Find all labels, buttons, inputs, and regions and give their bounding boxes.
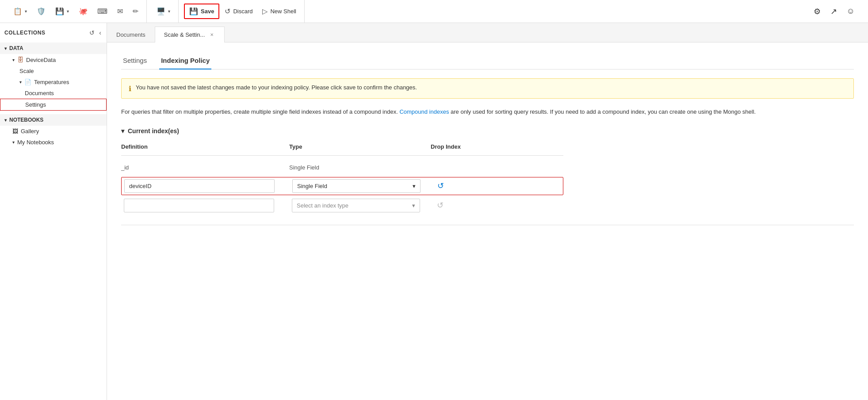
github-button[interactable]: 🐙	[74, 4, 92, 18]
new-icon: 📋	[13, 7, 22, 15]
external-link-icon: ↗	[830, 7, 837, 16]
discard-label: Discard	[233, 8, 252, 15]
cell-id-drop	[431, 165, 484, 169]
section-header-indexes[interactable]: ▾ Current index(es)	[121, 127, 854, 135]
sidebar-section-notebooks[interactable]: ▾ NOTEBOOKS	[0, 114, 107, 126]
sidebar-section-data[interactable]: ▾ DATA	[0, 42, 107, 54]
collections-label: COLLECTIONS	[4, 30, 46, 36]
sidebar-item-scale[interactable]: Scale	[0, 65, 107, 77]
new-shell-button[interactable]: ▷ New Shell	[258, 4, 301, 18]
documents-nav-label: Documents	[25, 90, 54, 96]
sidebar-item-devicedata[interactable]: ▾ 🗄 DeviceData	[0, 54, 107, 65]
save-icon: 💾	[189, 7, 198, 15]
sub-tabs: Settings Indexing Policy	[121, 53, 854, 69]
new-button[interactable]: 📋 ▾	[9, 4, 31, 18]
refresh-button[interactable]: ↺	[88, 28, 96, 37]
table-row-new: Select an index type ▾ ↺	[121, 197, 563, 214]
discard-button[interactable]: ↺ Discard	[220, 4, 257, 18]
description-text1: For queries that filter on multiple prop…	[121, 108, 399, 115]
my-notebooks-chevron: ▾	[12, 140, 15, 145]
table-row-id: _id Single Field	[121, 159, 563, 175]
tab-scale-settings-label: Scale & Settin...	[164, 31, 205, 38]
col-header-drop: Drop Index	[431, 142, 484, 152]
terminal-button[interactable]: ⌨	[93, 4, 112, 18]
deviceid-type-chevron: ▾	[413, 183, 416, 189]
id-definition-value: _id	[121, 162, 129, 173]
sidebar-item-documents[interactable]: Documents	[0, 88, 107, 99]
cell-new-definition	[124, 199, 292, 212]
gallery-label: Gallery	[21, 128, 39, 135]
notebooks-section-chevron: ▾	[4, 118, 7, 123]
open-icon: 💾	[55, 7, 64, 15]
explorer-button[interactable]: 🛡️	[32, 4, 50, 18]
settings-icon-button[interactable]: ⚙	[809, 4, 825, 19]
cell-new-drop: ↺	[433, 199, 486, 212]
tab-documents[interactable]: Documents	[107, 27, 155, 42]
collapse-button[interactable]: ‹	[98, 28, 102, 37]
col-header-definition: Definition	[121, 142, 289, 152]
new-shell-icon: ▷	[262, 7, 268, 15]
collection-icon: 📄	[24, 79, 31, 85]
external-link-button[interactable]: ↗	[826, 4, 841, 19]
deviceid-type-select[interactable]: Single Field ▾	[292, 179, 421, 193]
toolbar-group-right: ⚙ ↗ ☺	[806, 0, 863, 23]
tab-close-icon[interactable]: ✕	[208, 31, 215, 38]
tab-scale-settings[interactable]: Scale & Settin... ✕	[155, 27, 225, 42]
notebooks-section-label: NOTEBOOKS	[9, 117, 43, 123]
compound-indexes-link[interactable]: Compound indexes	[399, 108, 449, 115]
new-definition-input[interactable]	[124, 199, 274, 212]
toolbar-group-file: 📋 ▾ 🛡️ 💾 ▾ 🐙 ⌨ ✉ ✏	[5, 0, 147, 23]
cell-new-type: Select an index type ▾	[292, 199, 433, 212]
cell-deviceid-definition	[124, 179, 292, 193]
drop-new-button[interactable]: ↺	[433, 199, 447, 212]
data-section-chevron: ▾	[4, 46, 7, 51]
user-icon: ☺	[847, 7, 855, 16]
toolbar: 📋 ▾ 🛡️ 💾 ▾ 🐙 ⌨ ✉ ✏ 🖥️ ▾ 💾 Save	[0, 0, 868, 23]
tab-documents-label: Documents	[116, 31, 145, 38]
table-header: Definition Type Drop Index	[121, 142, 563, 156]
sidebar-item-gallery[interactable]: 🖼 Gallery	[0, 126, 107, 137]
deviceid-input[interactable]	[124, 179, 275, 193]
scale-label: Scale	[19, 68, 34, 74]
col-header-type: Type	[289, 142, 431, 152]
devicedata-chevron: ▾	[12, 58, 15, 62]
toolbar-group-connect: 🖥️ ▾	[149, 0, 179, 23]
temperatures-label: Temperatures	[34, 79, 69, 85]
sidebar-item-my-notebooks[interactable]: ▾ My Notebooks	[0, 137, 107, 148]
new-chevron: ▾	[25, 9, 27, 14]
toolbar-group-actions: 💾 Save ↺ Discard ▷ New Shell	[180, 0, 305, 23]
cell-id-type: Single Field	[289, 162, 431, 173]
sidebar-item-settings[interactable]: Settings	[0, 99, 107, 111]
description-text2: are only used for sorting query results.…	[449, 108, 756, 115]
subtab-indexing-policy[interactable]: Indexing Policy	[159, 53, 211, 69]
github-icon: 🐙	[79, 7, 88, 15]
section-chevron: ▾	[121, 127, 124, 135]
new-type-placeholder: Select an index type	[297, 202, 348, 209]
id-type-value: Single Field	[289, 164, 319, 171]
new-shell-label: New Shell	[270, 8, 296, 15]
save-label: Save	[201, 8, 214, 15]
devicedata-label: DeviceData	[26, 57, 56, 63]
subtab-settings[interactable]: Settings	[121, 53, 149, 69]
cell-deviceid-drop: ↺	[434, 179, 487, 192]
warning-banner: ℹ You have not saved the latest changes …	[121, 78, 854, 99]
user-icon-button[interactable]: ☺	[842, 4, 859, 19]
connect-icon: 🖥️	[157, 7, 165, 15]
mail-button[interactable]: ✉	[113, 4, 127, 18]
edit-icon: ✏	[133, 7, 138, 15]
new-type-select[interactable]: Select an index type ▾	[292, 199, 420, 212]
save-button[interactable]: 💾 Save	[184, 4, 219, 19]
cell-deviceid-type: Single Field ▾	[292, 179, 434, 193]
sidebar-item-temperatures[interactable]: ▾ 📄 Temperatures	[0, 77, 107, 88]
sidebar-header-actions: ↺ ‹	[88, 28, 102, 37]
open-button[interactable]: 💾 ▾	[51, 4, 73, 18]
description: For queries that filter on multiple prop…	[121, 108, 854, 117]
connect-button[interactable]: 🖥️ ▾	[152, 4, 175, 18]
my-notebooks-label: My Notebooks	[17, 139, 54, 146]
database-icon: 🗄	[17, 56, 23, 63]
deviceid-type-value: Single Field	[297, 183, 327, 189]
content-area: Documents Scale & Settin... ✕ Settings I…	[107, 23, 868, 400]
edit-button[interactable]: ✏	[128, 4, 143, 18]
cell-id-definition: _id	[121, 162, 289, 173]
drop-deviceid-button[interactable]: ↺	[434, 179, 447, 192]
